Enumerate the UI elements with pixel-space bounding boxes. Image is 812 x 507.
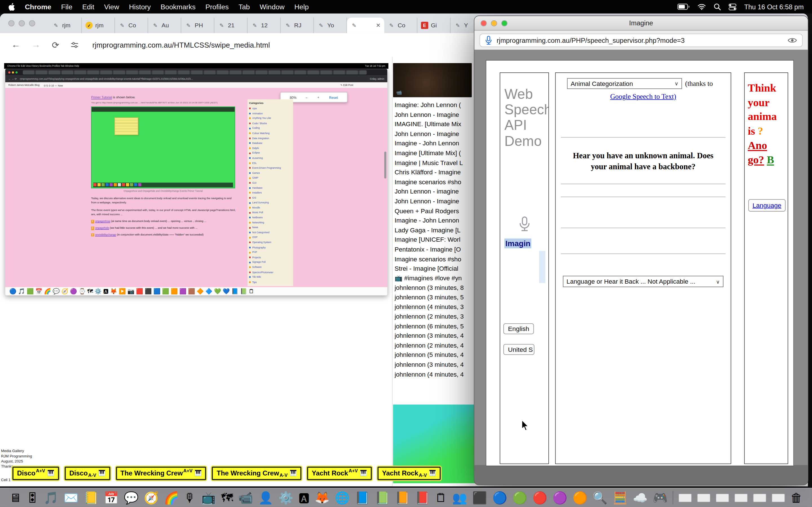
yacht-rock-av-button[interactable]: Yacht RockA+V🎹 — [307, 467, 371, 480]
browser-tab[interactable]: ✎RJ — [281, 17, 314, 33]
dock-app-icon[interactable]: 🦊 — [315, 492, 329, 504]
browser-tab[interactable]: ✎Yo — [314, 17, 347, 33]
playlist-item[interactable]: johnlennon (5 minutes, 4 — [395, 350, 476, 360]
playlist-item[interactable]: johnlennon (2 minutes, 3 — [395, 312, 476, 322]
mic-icon[interactable] — [519, 216, 530, 232]
microphone-icon[interactable] — [485, 36, 492, 45]
menu-item[interactable]: Bookmarks — [161, 3, 196, 11]
reload-icon[interactable]: ⟳ — [52, 40, 59, 51]
wifi-icon[interactable] — [698, 4, 706, 10]
browser-tab[interactable]: ✎PH — [181, 17, 214, 33]
dock-app-icon[interactable]: 🎛 — [27, 492, 38, 504]
browser-tab[interactable]: EGi — [417, 17, 451, 33]
search-icon[interactable] — [714, 3, 721, 10]
menu-item[interactable]: View — [104, 3, 119, 11]
yacht-rock-a-minus-v-button[interactable]: Yacht RockA-V🎹 — [377, 467, 441, 480]
dock-app-icon[interactable]: 📺 — [201, 492, 216, 504]
minimize-window-button[interactable] — [18, 20, 25, 26]
menu-item[interactable]: Tab — [239, 3, 250, 11]
playlist-item[interactable]: Chris Kläfford - Imagine — [395, 168, 476, 177]
trash-icon[interactable]: 🗑 — [791, 492, 802, 504]
dock-app-icon[interactable]: 🅰 — [298, 492, 310, 504]
dock-app-icon[interactable]: ✉️ — [64, 492, 79, 504]
playlist-item[interactable]: Imagine [Ultimate Mix] ( — [395, 149, 476, 158]
menu-item[interactable]: Profiles — [205, 3, 229, 11]
playlist-item[interactable]: 📺 #imagines #love #yn — [395, 274, 476, 283]
wrecking-crew-a-minus-v-button[interactable]: The Wrecking CrewA-V🎹 — [212, 467, 301, 480]
dock-app-icon[interactable]: 👥 — [452, 492, 467, 504]
dock-app-icon[interactable]: 🟢 — [512, 492, 527, 504]
dock-app-icon[interactable]: 🗒 — [435, 492, 447, 504]
dock-app-icon[interactable]: 🖥 — [9, 492, 21, 504]
battery-icon[interactable] — [677, 4, 690, 10]
dock-app-icon[interactable]: 📕 — [415, 492, 430, 504]
tab-close-icon[interactable]: ✕ — [376, 22, 380, 29]
close-window-button[interactable] — [8, 20, 14, 26]
playlist-item[interactable]: John Lennon - imagine — [395, 187, 476, 196]
minimized-window-thumbnail[interactable] — [772, 493, 785, 502]
dock-app-icon[interactable]: ☁️ — [633, 492, 648, 504]
minimized-window-thumbnail[interactable] — [697, 493, 711, 502]
dock-app-icon[interactable]: ⚙️ — [278, 492, 293, 504]
playlist-item[interactable]: johnlennon (4 minutes, 4 — [395, 370, 476, 379]
site-settings-icon[interactable] — [70, 41, 79, 49]
minimized-window-thumbnail[interactable] — [716, 493, 729, 502]
playlist-item[interactable]: Imagine [UNICEF: Worl — [395, 235, 476, 244]
playlist-item[interactable]: Imagine - John Lennon — [395, 139, 476, 149]
zoom-window-button[interactable] — [29, 20, 35, 26]
dock-app-icon[interactable]: 🌈 — [164, 492, 179, 504]
playlist-item[interactable]: Strei - Imagine [Official — [395, 264, 476, 274]
dock-app-icon[interactable]: 🔵 — [492, 492, 507, 504]
playlist-item[interactable]: Lady Gaga - Imagine [L — [395, 225, 476, 235]
playlist-item[interactable]: johnlennon (3 minutes, 4 — [395, 331, 476, 341]
another-go-link[interactable]: Ano go? — [748, 139, 767, 166]
dock-app-icon[interactable]: ⬛ — [472, 492, 487, 504]
menu-item[interactable]: Chrome — [25, 3, 51, 11]
menubar-clock[interactable]: Thu 16 Oct 6:58 pm — [744, 3, 804, 11]
playlist-item[interactable]: John Lennon - Imagine — [395, 110, 476, 119]
address-field[interactable]: rjmprogramming.com.au/PHP/speech_supervi… — [479, 34, 803, 47]
dock-app-icon[interactable]: 📙 — [395, 492, 410, 504]
playlist-item[interactable]: johnlennon (2 minutes, 4 — [395, 341, 476, 350]
dock-app-icon[interactable]: 🎵 — [43, 492, 58, 504]
back-link[interactable]: B — [767, 154, 774, 166]
playlist-item[interactable]: IMAGINE. [Ultimate Mix — [395, 120, 476, 129]
browser-tab[interactable]: ✓rjm — [82, 17, 115, 33]
back-icon[interactable]: ← — [11, 40, 20, 50]
dock-app-icon[interactable]: 📹 — [238, 492, 253, 504]
playlist-item[interactable]: Pentatonix - Imagine [O — [395, 245, 476, 255]
dock-app-icon[interactable]: 🧭 — [144, 492, 159, 504]
playlist-item[interactable]: Imagine - John Lennon — [395, 216, 476, 225]
menu-item[interactable]: Edit — [82, 3, 94, 11]
playlist-item[interactable]: Imagine | Music Travel L — [395, 158, 476, 168]
dock-app-icon[interactable]: 📅 — [104, 492, 119, 504]
menu-item[interactable]: Window — [260, 3, 285, 11]
zoom-window-button[interactable] — [501, 20, 507, 26]
wrecking-crew-av-button[interactable]: The Wrecking CrewA+V🎹 — [116, 467, 206, 480]
browser-tab-active[interactable]: ✎✕ — [347, 17, 384, 33]
browser-tab[interactable]: ✎12 — [248, 17, 281, 33]
language-button[interactable]: Language — [748, 199, 785, 212]
playlist-item[interactable]: johnlennon (6 minutes, 5 — [395, 322, 476, 331]
language-select[interactable]: Language or Hear it Back ... Not Applica… — [563, 276, 723, 287]
menu-item[interactable]: History — [129, 3, 151, 11]
dock-app-icon[interactable]: 📗 — [375, 492, 390, 504]
playlist-item[interactable]: Imagine scenarios #sho — [395, 255, 476, 264]
menu-item[interactable]: Help — [294, 3, 309, 11]
playlist-item[interactable]: johnlennon (3 minutes, 4 — [395, 360, 476, 370]
browser-tab[interactable]: ✎Au — [148, 17, 181, 33]
playlist-item[interactable]: John Lennon - Imagine — [395, 196, 476, 206]
dock-app-icon[interactable]: 🔴 — [532, 492, 547, 504]
dock-app-icon[interactable]: 💬 — [124, 492, 139, 504]
minimized-window-thumbnail[interactable] — [753, 493, 767, 502]
playlist-item[interactable]: johnlennon (4 minutes, 3 — [395, 302, 476, 312]
category-select[interactable]: Animal Categorization∨ — [567, 78, 682, 89]
playlist-item[interactable]: Imagine scenarios #sho — [395, 177, 476, 187]
dock-app-icon[interactable]: 📘 — [355, 492, 370, 504]
playlist-item[interactable]: johnlennon (3 minutes, 8 — [395, 283, 476, 293]
browser-tab[interactable]: ✎rjm — [49, 17, 82, 33]
dock-app-icon[interactable]: 👤 — [258, 492, 273, 504]
dock-app-icon[interactable]: 🎮 — [653, 492, 668, 504]
eye-icon[interactable] — [788, 37, 797, 43]
dock-app-icon[interactable]: 🎙 — [184, 492, 196, 504]
